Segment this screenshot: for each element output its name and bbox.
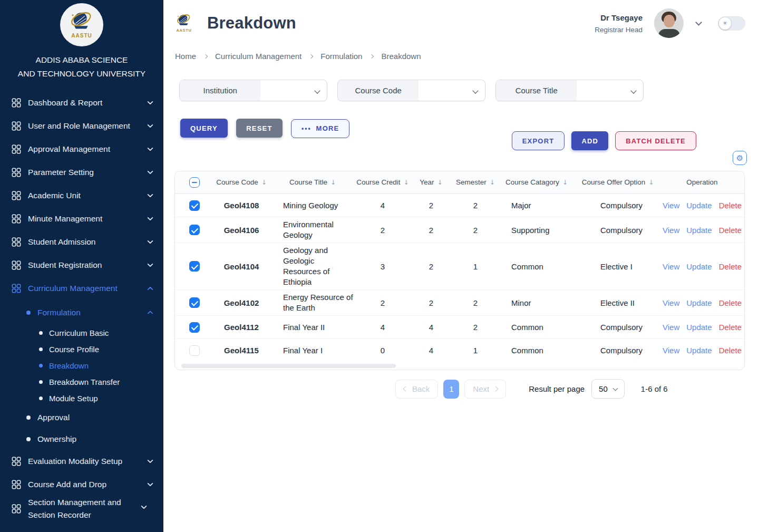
column-course-offer-option[interactable]: Course Offer Option↓	[576, 178, 660, 186]
bullet-icon	[39, 396, 43, 400]
grid-icon	[12, 260, 21, 270]
batch-delete-button[interactable]: BATCH DELETE	[615, 131, 696, 150]
row-checkbox[interactable]	[189, 345, 200, 356]
breadcrumb-curriculum-management[interactable]: Curriculum Management	[215, 52, 301, 61]
update-link[interactable]: Update	[686, 201, 712, 210]
delete-link[interactable]: Delete	[719, 226, 742, 235]
column-course-category[interactable]: Course Catagory↓	[498, 178, 576, 186]
per-page-select[interactable]: 50	[591, 379, 625, 399]
query-button[interactable]: QUERY	[180, 119, 228, 138]
column-course-code[interactable]: Course Code↓	[214, 178, 269, 186]
row-checkbox[interactable]	[189, 225, 200, 235]
sidebar-item-course-profile[interactable]: Course Profile	[12, 341, 154, 357]
breadcrumb-breakdown[interactable]: Breakdown	[381, 52, 421, 61]
view-link[interactable]: View	[663, 201, 679, 210]
select-all-checkbox[interactable]	[189, 177, 200, 188]
sidebar-item-breakdown[interactable]: Breakdown	[12, 357, 154, 374]
sidebar-item-dashboard-report[interactable]: Dashboard & Report	[12, 91, 154, 114]
table-settings-row: ⚙	[163, 151, 759, 165]
update-link[interactable]: Update	[686, 346, 712, 355]
delete-link[interactable]: Delete	[719, 323, 742, 332]
table-settings-button[interactable]: ⚙	[733, 151, 747, 165]
sidebar-item-evaluation-modality-setup[interactable]: Evaluation Modality Setup	[12, 450, 154, 473]
delete-link[interactable]: Delete	[719, 298, 742, 307]
column-year[interactable]: Year↓	[409, 178, 453, 186]
sidebar-item-student-registration[interactable]: Student Registration	[12, 254, 154, 277]
institution-select-label: Institution	[180, 80, 260, 101]
sidebar-item-minute-management[interactable]: Minute Management	[12, 207, 154, 230]
table-row: Geol4115 Final Year I 0 4 1 Common Compu…	[175, 338, 744, 362]
update-link[interactable]: Update	[686, 298, 712, 307]
cell-semester: 2	[453, 201, 498, 210]
chevron-down-icon	[147, 458, 154, 465]
sidebar-item-curriculum-management[interactable]: Curriculum Management	[12, 277, 154, 300]
sidebar-item-section-management[interactable]: Section Management and Section Recorder	[12, 496, 154, 521]
update-link[interactable]: Update	[686, 323, 712, 332]
chevron-down-icon[interactable]	[695, 19, 702, 26]
sidebar-item-breakdown-transfer[interactable]: Breakdown Transfer	[12, 374, 154, 390]
column-course-title[interactable]: Course Title↓	[269, 178, 356, 186]
scrollbar-thumb[interactable]	[181, 364, 396, 368]
more-button[interactable]: ••• MORE	[291, 119, 349, 138]
course-title-select[interactable]: Course Title	[495, 80, 644, 101]
cell-course-category: Common	[498, 323, 576, 332]
cell-year: 4	[409, 323, 453, 332]
sidebar-item-label: Minute Management	[28, 212, 140, 225]
delete-link[interactable]: Delete	[719, 346, 742, 355]
delete-link[interactable]: Delete	[719, 262, 742, 271]
page-1-button[interactable]: 1	[443, 380, 459, 399]
cell-course-title: Geology and Geologic Resources of Ethiop…	[269, 243, 356, 289]
sidebar-item-course-add-and-drop[interactable]: Course Add and Drop	[12, 473, 154, 496]
institution-select[interactable]: Institution	[179, 80, 327, 101]
sidebar-item-ownership[interactable]: Ownership	[12, 428, 154, 450]
view-link[interactable]: View	[663, 262, 679, 271]
view-link[interactable]: View	[663, 323, 679, 332]
delete-link[interactable]: Delete	[719, 201, 742, 210]
sidebar-item-student-admission[interactable]: Student Admission	[12, 230, 154, 254]
gear-icon: ⚙	[736, 153, 743, 163]
view-link[interactable]: View	[663, 346, 679, 355]
back-button-label: Back	[412, 384, 430, 393]
chevron-right-icon	[203, 54, 208, 58]
table-row: Geol4102 Energy Resource of the Earth 2 …	[175, 289, 744, 315]
column-semester[interactable]: Semester↓	[453, 178, 498, 186]
row-checkbox[interactable]	[189, 322, 200, 333]
sidebar-item-parameter-setting[interactable]: Parameter Setting	[12, 161, 154, 184]
back-button[interactable]: Back	[395, 380, 438, 399]
sidebar-item-curriculum-basic[interactable]: Curriculum Basic	[12, 325, 154, 341]
cell-course-title: Energy Resource of the Earth	[269, 290, 356, 315]
sidebar-item-approval-management[interactable]: Approval Management	[12, 138, 154, 161]
column-course-credit[interactable]: Course Credit↓	[356, 178, 409, 186]
cell-course-category: Minor	[498, 298, 576, 307]
sidebar-item-formulation[interactable]: Formulation	[12, 300, 154, 325]
breadcrumb-formulation[interactable]: Formulation	[320, 52, 362, 61]
chevron-down-icon	[140, 504, 148, 511]
breadcrumb: Home Curriculum Management Formulation B…	[175, 52, 759, 61]
bullet-icon	[26, 415, 31, 420]
avatar[interactable]	[654, 8, 684, 38]
reset-button[interactable]: RESET	[236, 119, 282, 138]
view-link[interactable]: View	[663, 226, 679, 235]
theme-toggle[interactable]: ☀	[718, 16, 745, 31]
sidebar-item-approval[interactable]: Approval	[12, 407, 154, 428]
breadcrumb-home[interactable]: Home	[175, 52, 196, 61]
export-button[interactable]: EXPORT	[512, 131, 565, 150]
sidebar-item-label: Section Management and Section Recorder	[28, 496, 133, 521]
sidebar-item-module-setup[interactable]: Module Setup	[12, 390, 154, 407]
row-checkbox[interactable]	[189, 261, 200, 272]
course-code-select-label: Course Code	[338, 80, 419, 101]
cell-course-offer-option: Elective I	[576, 262, 660, 271]
course-code-select[interactable]: Course Code	[337, 80, 485, 101]
cell-semester: 1	[453, 346, 498, 355]
sidebar-item-user-role-management[interactable]: User and Role Management	[12, 114, 154, 138]
row-checkbox[interactable]	[189, 297, 200, 308]
cell-semester: 2	[453, 226, 498, 235]
sidebar-item-label: Breakdown Transfer	[49, 378, 120, 386]
update-link[interactable]: Update	[686, 262, 712, 271]
next-button[interactable]: Next	[464, 380, 506, 399]
add-button[interactable]: ADD	[571, 131, 608, 150]
update-link[interactable]: Update	[686, 226, 712, 235]
view-link[interactable]: View	[663, 298, 679, 307]
sidebar-item-academic-unit[interactable]: Academic Unit	[12, 184, 154, 207]
row-checkbox[interactable]	[189, 200, 200, 211]
